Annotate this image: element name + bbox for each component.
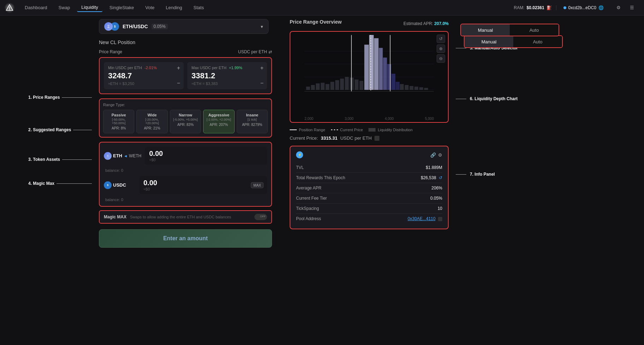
auto-mode-button[interactable]: Auto	[513, 36, 562, 47]
svg-rect-32	[419, 87, 423, 90]
apr-row: Average APR 206%	[296, 183, 442, 193]
min-price-input[interactable]: Min USDC per ETH -2.01% 3248.7 ≈ETH = $3…	[104, 62, 184, 89]
wallet-display[interactable]: 0xcd2b...eDC0 🌐	[559, 5, 608, 10]
max-price-increase-button[interactable]: +	[260, 65, 264, 71]
chart-x-labels: 2,000 3,000 4,000 5,000	[305, 117, 434, 121]
price-unit-toggle[interactable]: USDC per ETH ⇄	[238, 49, 272, 54]
usdc-token-icon: $	[104, 181, 112, 189]
liquidity-chart: ↺ ⊕ ⊖	[290, 31, 449, 123]
info-panel-settings-icon[interactable]: ⚙	[438, 152, 442, 158]
right-annotations: 5. Manual/Auto Selector 6. Liquidity Dep…	[456, 19, 526, 248]
chart-zoom-out-button[interactable]: ⊖	[437, 54, 445, 63]
nav-stats[interactable]: Stats	[189, 4, 208, 12]
position-range-line-icon	[290, 129, 297, 130]
mode-selector: Manual Auto	[464, 35, 563, 48]
new-cl-title: New CL Position	[99, 40, 272, 45]
auto-mode-btn-fixed[interactable]: Auto	[510, 24, 559, 36]
range-btn-wide[interactable]: Wide [-20.00%, +20.00%] APR: 21%	[136, 110, 167, 133]
weth-label[interactable]: WETH	[129, 153, 141, 158]
mode-selector-overlay: Manual Auto	[460, 24, 559, 36]
range-btn-passive[interactable]: Passive [-50.00%, +50.00%] APR: 8%	[103, 110, 134, 133]
rewards-row: Total Rewards This Epoch $26,538 ↺	[296, 173, 442, 183]
eth-token-row: Ξ ETH ◄ WETH 0.00 ≈$0	[104, 147, 267, 165]
nav-liquidity[interactable]: Liquidity	[77, 3, 102, 12]
page-content: 1. Price Ranges 2. Suggested Ranges 3. T…	[0, 16, 644, 251]
info-panel-icons: 🔗 ⚙	[430, 152, 442, 158]
svg-rect-30	[409, 86, 413, 90]
menu-icon[interactable]: ☰	[627, 3, 637, 13]
copy-address-button[interactable]	[438, 217, 442, 221]
usdc-amount-input[interactable]: 0.00 ≈$0 MAX	[139, 176, 267, 194]
svg-rect-22	[374, 38, 379, 90]
svg-rect-8	[306, 87, 310, 90]
magic-max-description: Swaps to allow adding the entire ETH and…	[130, 215, 251, 219]
pool-address-row: Pool Address 0x30AE...4110	[296, 214, 442, 224]
svg-rect-19	[360, 81, 364, 90]
min-price-increase-button[interactable]: +	[177, 65, 180, 71]
svg-rect-17	[350, 78, 354, 90]
current-price-value: 3315.31	[321, 135, 337, 141]
max-button[interactable]: MAX	[251, 182, 264, 188]
ram-display: RAM: $0.02361 ⛽	[510, 5, 556, 10]
info-panel-header: ⚡ 🔗 ⚙	[296, 151, 442, 158]
svg-rect-21	[369, 35, 374, 90]
magic-max-toggle[interactable]	[254, 214, 267, 220]
legend-liquidity-dist: Liquidity Distribution	[368, 128, 412, 132]
svg-rect-28	[400, 84, 404, 90]
svg-rect-16	[345, 77, 349, 90]
tick-spacing-value: 10	[438, 206, 442, 211]
nav-swap[interactable]: Swap	[54, 4, 75, 12]
annotation-suggested-ranges: 2. Suggested Ranges	[28, 127, 92, 132]
max-price-equiv: ≈ETH = $3,383	[191, 81, 263, 86]
copy-price-button[interactable]	[374, 136, 379, 141]
info-panel-link-icon[interactable]: 🔗	[430, 152, 436, 158]
svg-rect-33	[424, 88, 428, 90]
range-btn-insane[interactable]: Insane [1 tick] APR: 8279%	[237, 110, 268, 133]
eth-amount-input[interactable]: 0.00 ≈$0	[145, 147, 267, 165]
price-range-overview-title: Price Range Overview	[290, 19, 342, 25]
svg-rect-25	[387, 64, 391, 90]
app-logo[interactable]	[4, 2, 15, 13]
rewards-refresh-icon[interactable]: ↺	[439, 175, 442, 180]
nav-icon-group: ⚙ ☰	[611, 3, 640, 13]
chart-zoom-in-button[interactable]: ⊕	[437, 44, 445, 53]
legend-current-price: Current Price	[331, 128, 363, 132]
min-price-decrease-button[interactable]: −	[177, 80, 180, 86]
annotation-magic-max: 4. Magic Max	[28, 181, 92, 186]
settings-icon[interactable]: ⚙	[614, 3, 624, 13]
nav-dashboard[interactable]: Dashboard	[20, 4, 52, 12]
fee-tier-row: Current Fee Tier 0.05%	[296, 193, 442, 204]
max-price-value: 3381.2	[191, 71, 263, 80]
nav-vote[interactable]: Vote	[141, 4, 159, 12]
min-price-value: 3248.7	[108, 71, 179, 80]
chart-controls: ↺ ⊕ ⊖	[437, 35, 445, 63]
network-icon: 🌐	[598, 5, 604, 10]
tvl-row: TVL $1.889M	[296, 163, 442, 173]
nav-singlestake[interactable]: SingleStake	[105, 4, 138, 12]
eth-weth-switch[interactable]: ◄	[124, 154, 128, 158]
nav-lending[interactable]: Lending	[161, 4, 186, 12]
range-btn-narrow[interactable]: Narrow [-5.00%, +5.00%] APR: 83%	[170, 110, 201, 133]
usdc-balance: balance: 0	[104, 198, 267, 202]
max-price-decrease-button[interactable]: −	[260, 80, 264, 86]
apr-value: 206%	[431, 186, 442, 190]
pair-selector[interactable]: Ξ $ ETH/USDC 0.05% ▾	[99, 19, 268, 34]
manual-mode-button[interactable]: Manual	[465, 36, 513, 47]
current-price-line-icon	[331, 129, 338, 130]
magic-max-label: Magic MAX	[104, 214, 126, 219]
range-type-label: Range Type:	[103, 103, 268, 107]
svg-rect-29	[405, 85, 409, 90]
estimated-apr-display: Estimated APR: 207.0%	[403, 21, 449, 26]
chart-refresh-button[interactable]: ↺	[437, 35, 445, 43]
svg-rect-9	[311, 85, 315, 90]
enter-amount-button[interactable]: Enter an amount	[99, 229, 272, 248]
range-btn-aggressive[interactable]: Aggressive [-2.00%, +2.00%] APR: 207%	[203, 110, 234, 133]
manual-mode-btn-fixed[interactable]: Manual	[461, 24, 510, 36]
mode-selector-fixed: Manual Auto	[460, 24, 559, 36]
right-panel: Price Range Overview Estimated APR: 207.…	[279, 19, 449, 248]
pair-fee: 0.05%	[152, 24, 168, 29]
max-price-input[interactable]: Max USDC per ETH +1.99% 3381.2 ≈ETH = $3…	[187, 62, 267, 89]
pool-address-link[interactable]: 0x30AE...4110	[408, 216, 436, 221]
pool-icon: ⚡	[296, 151, 303, 158]
pair-selector-row: Ξ $ ETH/USDC 0.05% ▾	[99, 19, 272, 34]
